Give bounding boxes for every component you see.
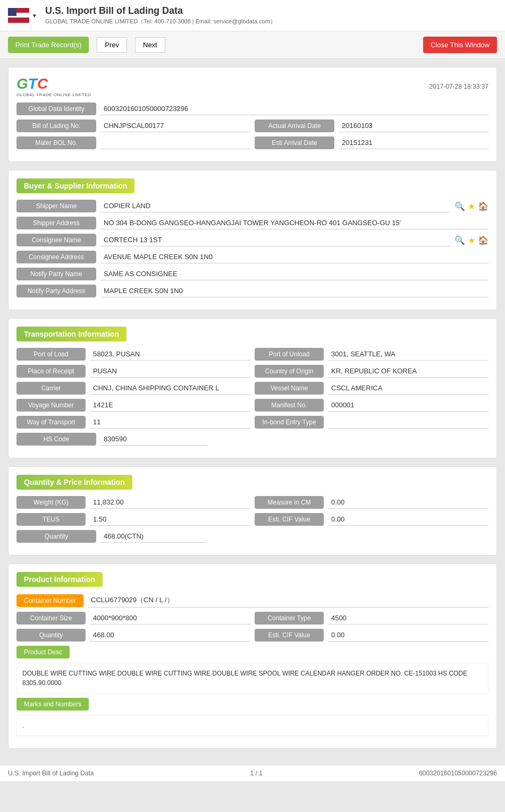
flag-dropdown-arrow[interactable]: ▼ xyxy=(32,13,37,19)
prev-button[interactable]: Prev xyxy=(97,37,127,53)
weight-kg-label: Weight (KG) xyxy=(16,496,86,509)
print-button[interactable]: Print Trade Record(s) xyxy=(8,37,89,53)
shipper-search-icon[interactable]: 🔍 xyxy=(454,201,465,211)
shipper-name-row: Shipper Name COPIER LAND 🔍 ★ 🏠 xyxy=(16,200,489,212)
notify-party-name-row: Notify Party Name SAME AS CONSIGNEE xyxy=(16,268,489,280)
logo-c: C xyxy=(37,75,48,92)
inbond-entry-label: In-bond Entry Type xyxy=(255,416,324,429)
voyage-manifest-row: Voyage Number 1421E Manifest No. 000001 xyxy=(16,399,489,412)
logo-text: G T C xyxy=(16,75,48,92)
actual-arrival-label: Actual Arrival Date xyxy=(255,119,334,132)
toolbar: Print Trade Record(s) Prev Next Close Th… xyxy=(0,31,505,59)
shipper-name-value: COPIER LAND xyxy=(100,200,450,212)
product-card: Product Information Container Number CCL… xyxy=(8,563,497,749)
container-number-row: Container Number CCLU6779029（CN / L /） xyxy=(16,593,489,608)
consignee-address-value: AVENUE MAPLE CREEK S0N 1N0 xyxy=(100,251,489,263)
marks-numbers-value: . xyxy=(16,715,489,736)
vessel-name-half: Vessel Name CSCL AMERICA xyxy=(255,382,489,395)
shipper-address-value: NO 304 B-DONG GANGSEO-HANGANGJAI TOWER Y… xyxy=(100,217,489,229)
footer-right: 6003201601050000723296 xyxy=(419,770,497,777)
container-type-label: Container Type xyxy=(255,612,324,625)
teus-value: 1.50 xyxy=(90,513,250,526)
quantity-price-title: Quantity & Price Information xyxy=(16,475,132,490)
buyer-supplier-card: Buyer & Supplier Information Shipper Nam… xyxy=(8,170,497,310)
voyage-number-value: 1421E xyxy=(90,399,250,412)
place-of-receipt-value: PUSAN xyxy=(90,365,250,378)
carrier-value: CHNJ, CHINA SHIPPING CONTAINER L xyxy=(90,382,250,395)
close-button[interactable]: Close This Window xyxy=(423,37,497,53)
product-cif-half: Esti. CIF Value 0.00 xyxy=(255,629,489,642)
carrier-label: Carrier xyxy=(16,382,86,395)
qp-quantity-row: Quantity 468.00(CTN) xyxy=(16,530,489,543)
consignee-icons: 🔍 ★ 🏠 xyxy=(454,235,489,245)
product-title: Product Information xyxy=(16,572,103,587)
top-bar: ▼ U.S. Import Bill of Lading Data GLOBAL… xyxy=(0,0,505,31)
vessel-name-value: CSCL AMERICA xyxy=(328,382,489,395)
title-area: U.S. Import Bill of Lading Data GLOBAL T… xyxy=(45,5,276,25)
marks-numbers-row: Marks and Numbers xyxy=(16,698,489,711)
container-size-label: Container Size xyxy=(16,612,86,625)
shipper-home-icon[interactable]: 🏠 xyxy=(478,201,489,211)
country-of-origin-value: KR, REPUBLIC OF KOREA xyxy=(328,365,489,378)
master-bol-label: Mater BOL No. xyxy=(16,136,96,149)
shipper-address-label: Shipper Address xyxy=(16,217,96,229)
measure-cm-half: Measure in CM 0.00 xyxy=(255,496,489,509)
place-of-receipt-half: Place of Receipt PUSAN xyxy=(16,365,250,378)
bill-of-lading-label: Bill of Lading No. xyxy=(16,119,96,132)
way-of-transport-value: 11 xyxy=(90,416,250,429)
consignee-address-label: Consignee Address xyxy=(16,251,96,263)
bill-of-lading-row: Bill of Lading No. CHNJPSCAL00177 Actual… xyxy=(16,119,489,132)
notify-party-address-label: Notify Party Address xyxy=(16,285,96,297)
container-size-type-row: Container Size 4000*900*800 Container Ty… xyxy=(16,612,489,625)
esti-cif-value: 0.00 xyxy=(328,513,489,526)
consignee-home-icon[interactable]: 🏠 xyxy=(478,235,489,245)
teus-label: TEUS xyxy=(16,513,86,526)
logo-sub: GLOBAL TRADE ONLINE LIMITED xyxy=(16,92,91,97)
consignee-search-icon[interactable]: 🔍 xyxy=(454,235,465,245)
hs-code-row: HS Code 830590 xyxy=(16,433,489,446)
teus-cif-row: TEUS 1.50 Esti. CIF Value 0.00 xyxy=(16,513,489,526)
esti-cif-label: Esti. CIF Value xyxy=(255,513,324,526)
container-number-button[interactable]: Container Number xyxy=(16,594,83,607)
marks-numbers-button[interactable]: Marks and Numbers xyxy=(16,698,89,711)
country-of-origin-half: Country of Origin KR, REPUBLIC OF KOREA xyxy=(255,365,489,378)
esti-cif-half: Esti. CIF Value 0.00 xyxy=(255,513,489,526)
receipt-origin-row: Place of Receipt PUSAN Country of Origin… xyxy=(16,365,489,378)
logo-t: T xyxy=(28,75,37,92)
voyage-number-label: Voyage Number xyxy=(16,399,86,412)
port-of-unload-label: Port of Unload xyxy=(255,348,324,361)
global-data-identity-value: 6003201601050000723296 xyxy=(100,102,489,115)
teus-half: TEUS 1.50 xyxy=(16,513,250,526)
port-of-load-label: Port of Load xyxy=(16,348,86,361)
way-of-transport-half: Way of Transport 11 xyxy=(16,416,250,429)
timestamp: 2017-07-28 18:33:37 xyxy=(430,83,489,90)
next-button[interactable]: Next xyxy=(135,37,165,53)
quantity-price-card: Quantity & Price Information Weight (KG)… xyxy=(8,466,497,555)
footer: U.S. Import Bill of Lading Data 1 / 1 60… xyxy=(0,765,505,781)
container-size-half: Container Size 4000*900*800 xyxy=(16,612,250,625)
container-size-value: 4000*900*800 xyxy=(90,612,250,625)
hs-code-value: 830590 xyxy=(100,433,207,446)
esti-arrival-label: Esti Arrival Date xyxy=(255,136,334,149)
page-title: U.S. Import Bill of Lading Data xyxy=(45,5,276,16)
product-desc-button[interactable]: Product Desc xyxy=(16,646,70,659)
shipper-name-label: Shipper Name xyxy=(16,200,96,212)
notify-party-address-row: Notify Party Address MAPLE CREEK S0N 1N0 xyxy=(16,285,489,297)
shipper-star-icon[interactable]: ★ xyxy=(468,201,475,211)
hs-code-label: HS Code xyxy=(16,433,96,446)
buyer-supplier-title: Buyer & Supplier Information xyxy=(16,178,134,193)
inbond-entry-half: In-bond Entry Type xyxy=(255,416,489,429)
footer-page: 1 / 1 xyxy=(250,770,263,777)
master-bol-value xyxy=(100,136,250,149)
qp-quantity-value: 468.00(CTN) xyxy=(100,530,207,543)
logo: G T C GLOBAL TRADE ONLINE LIMITED xyxy=(16,75,91,97)
logo-g: G xyxy=(16,75,28,92)
inbond-entry-value xyxy=(328,416,489,429)
consignee-star-icon[interactable]: ★ xyxy=(468,235,475,245)
measure-cm-value: 0.00 xyxy=(328,496,489,509)
bill-of-lading-value: CHNJPSCAL00177 xyxy=(100,119,250,132)
transportation-card: Transportation Information Port of Load … xyxy=(8,318,497,458)
product-desc-row: Product Desc xyxy=(16,646,489,659)
weight-measure-row: Weight (KG) 11,832.00 Measure in CM 0.00 xyxy=(16,496,489,509)
global-data-identity-row: Global Data Identity 6003201601050000723… xyxy=(16,102,489,115)
